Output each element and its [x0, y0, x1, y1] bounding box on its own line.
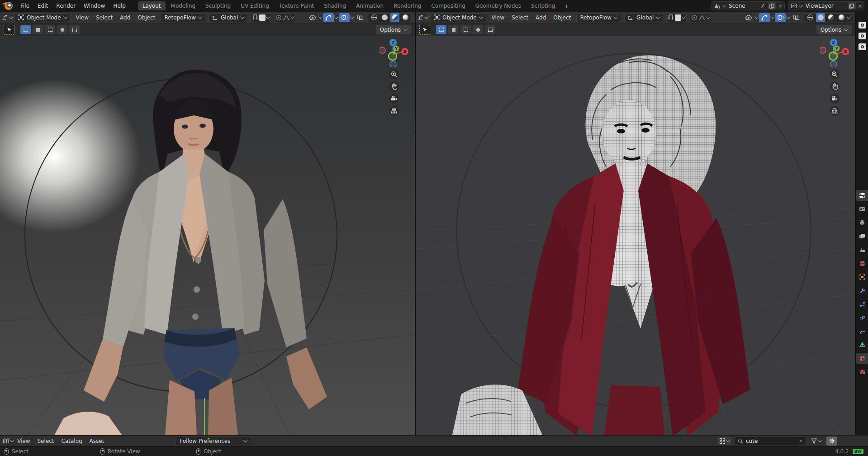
- new-viewlayer-button[interactable]: [848, 2, 856, 10]
- chevron-down-icon[interactable]: [754, 14, 759, 19]
- proportional-edit-group[interactable]: [690, 13, 711, 22]
- tab-scene-properties[interactable]: [856, 244, 868, 255]
- tool-options-button[interactable]: Options: [816, 25, 852, 34]
- menu-asset[interactable]: Asset: [86, 437, 108, 445]
- workspace-tab-layout[interactable]: Layout: [138, 1, 166, 10]
- select-mode-subtract[interactable]: [460, 25, 471, 34]
- zoom-tool-button[interactable]: [830, 69, 840, 79]
- select-mode-extend[interactable]: [33, 25, 43, 34]
- menu-window[interactable]: Window: [80, 2, 109, 10]
- editor-type-button[interactable]: [417, 13, 428, 22]
- viewlayer-selector[interactable]: ViewLayer ×: [788, 1, 864, 10]
- tab-render-properties[interactable]: [856, 204, 868, 214]
- menu-object[interactable]: Object: [134, 14, 159, 22]
- retopoflow-menu[interactable]: RetopoFlow: [161, 13, 205, 22]
- axis-gizmo[interactable]: Z X Y: [820, 38, 849, 67]
- add-workspace-button[interactable]: +: [560, 3, 573, 10]
- chevron-down-icon[interactable]: [786, 14, 791, 19]
- tab-world-properties[interactable]: [856, 258, 868, 269]
- shading-wireframe-button[interactable]: [370, 13, 379, 22]
- menu-view[interactable]: View: [488, 14, 508, 22]
- move-view-hand-button[interactable]: [830, 81, 840, 91]
- chevron-down-icon[interactable]: [350, 14, 355, 19]
- object-visibility-dropdown[interactable]: [307, 13, 318, 22]
- shading-material-preview-button[interactable]: [390, 13, 399, 22]
- show-overlays-toggle[interactable]: [339, 13, 350, 22]
- scene-selector[interactable]: Scene ×: [711, 1, 785, 10]
- snapping-group[interactable]: [666, 13, 687, 22]
- menu-object[interactable]: Object: [550, 14, 574, 22]
- workspace-tab-animation[interactable]: Animation: [351, 1, 388, 10]
- menu-help[interactable]: Help: [109, 2, 129, 10]
- select-mode-new[interactable]: [436, 25, 446, 34]
- object-visibility-dropdown[interactable]: [743, 13, 754, 22]
- menu-add[interactable]: Add: [116, 14, 134, 22]
- move-view-hand-button[interactable]: [389, 81, 399, 91]
- show-gizmo-toggle[interactable]: [759, 13, 770, 22]
- zoom-tool-button[interactable]: [389, 69, 399, 79]
- clear-search-button[interactable]: ×: [799, 438, 803, 443]
- select-mode-subtract[interactable]: [45, 25, 55, 34]
- select-mode-intersect[interactable]: [69, 25, 80, 34]
- display-mode-button[interactable]: [717, 437, 732, 445]
- tab-viewlayer-properties[interactable]: [856, 231, 868, 242]
- tab-texture-properties[interactable]: [856, 366, 868, 377]
- blender-logo-icon[interactable]: [5, 2, 13, 10]
- menu-select[interactable]: Select: [92, 14, 116, 22]
- workspace-tab-scripting[interactable]: Scripting: [526, 1, 560, 10]
- chevron-down-icon[interactable]: [847, 14, 851, 19]
- tab-tool-properties[interactable]: [856, 190, 868, 201]
- chevron-down-icon[interactable]: [770, 14, 775, 19]
- active-tool-select-box[interactable]: [419, 25, 430, 35]
- tab-physics-properties[interactable]: [856, 312, 868, 323]
- workspace-tab-texture-paint[interactable]: Texture Paint: [275, 1, 318, 10]
- select-mode-invert[interactable]: [473, 25, 483, 34]
- perspective-toggle-button[interactable]: [389, 106, 399, 116]
- screenshot-button[interactable]: [859, 22, 866, 28]
- workspace-tab-sculpting[interactable]: Sculpting: [201, 1, 235, 10]
- shading-rendered-button[interactable]: [837, 13, 846, 22]
- workspace-tab-modeling[interactable]: Modeling: [166, 1, 200, 10]
- shading-material-preview-button[interactable]: [826, 13, 835, 22]
- select-mode-intersect[interactable]: [485, 25, 495, 34]
- workspace-tab-rendering[interactable]: Rendering: [389, 1, 426, 10]
- workspace-tab-uv-editing[interactable]: UV Editing: [236, 1, 274, 10]
- tab-output-properties[interactable]: [856, 217, 868, 228]
- tab-modifier-properties[interactable]: [856, 285, 868, 296]
- workspace-tab-compositing[interactable]: Compositing: [427, 1, 470, 10]
- chevron-down-icon[interactable]: [318, 14, 323, 19]
- menu-render[interactable]: Render: [52, 2, 80, 10]
- tab-particle-properties[interactable]: [856, 299, 868, 309]
- shading-rendered-button[interactable]: [401, 13, 410, 22]
- shading-solid-button[interactable]: [380, 13, 389, 22]
- asset-search-input[interactable]: cute ×: [735, 437, 806, 445]
- shading-solid-button[interactable]: [816, 13, 825, 22]
- select-mode-new[interactable]: [20, 25, 31, 34]
- editor-type-button[interactable]: [3, 437, 14, 446]
- import-method-selector[interactable]: Follow Preferences: [175, 437, 251, 445]
- tab-material-properties[interactable]: [856, 353, 868, 364]
- screenshot-button[interactable]: [859, 43, 866, 50]
- active-tool-select-box[interactable]: [4, 25, 14, 35]
- new-scene-button[interactable]: [768, 2, 776, 10]
- remove-viewlayer-button[interactable]: ×: [858, 4, 862, 9]
- menu-file[interactable]: File: [16, 2, 33, 10]
- chevron-down-icon[interactable]: [334, 14, 339, 19]
- viewport-right-canvas[interactable]: Z X Y: [416, 36, 855, 435]
- workspace-tab-geometry-nodes[interactable]: Geometry Nodes: [471, 1, 526, 10]
- mode-selector[interactable]: Object Mode: [14, 13, 71, 22]
- toggle-xray-button[interactable]: [791, 13, 802, 22]
- select-mode-extend[interactable]: [448, 25, 459, 34]
- menu-edit[interactable]: Edit: [33, 2, 52, 10]
- editor-type-button[interactable]: [2, 13, 13, 22]
- show-overlays-toggle[interactable]: [775, 13, 786, 22]
- menu-view[interactable]: View: [14, 437, 33, 445]
- proportional-edit-group[interactable]: [274, 13, 295, 22]
- shading-wireframe-button[interactable]: [806, 13, 815, 22]
- snapping-group[interactable]: [251, 13, 271, 22]
- menu-add[interactable]: Add: [532, 14, 550, 22]
- workspace-tab-shading[interactable]: Shading: [319, 1, 351, 10]
- transform-orientation-selector[interactable]: Global: [209, 13, 247, 22]
- camera-view-button[interactable]: [830, 94, 840, 104]
- menu-catalog[interactable]: Catalog: [58, 437, 86, 445]
